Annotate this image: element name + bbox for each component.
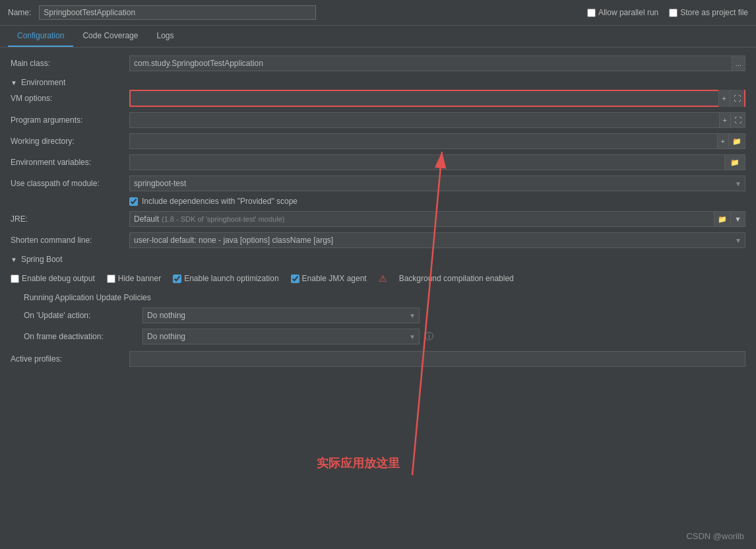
enable-debug-option[interactable]: Enable debug output — [11, 274, 95, 283]
vm-options-add-button[interactable]: + — [718, 90, 730, 107]
env-variables-row: Environment variables: 📁 — [11, 154, 745, 170]
tabs: Configuration Code Coverage Logs — [0, 26, 756, 48]
enable-jmx-option[interactable]: Enable JMX agent — [291, 274, 367, 283]
program-arguments-expand-button[interactable]: ⛶ — [731, 112, 745, 128]
main-class-label: Main class: — [11, 59, 129, 68]
top-bar: Name: Allow parallel run Store as projec… — [0, 0, 756, 26]
springboot-section: ▼ Spring Boot Enable debug output Hide b… — [11, 255, 745, 288]
main-class-row: Main class: ... — [11, 55, 745, 71]
classpath-module-select[interactable]: springboot-test — [129, 176, 745, 191]
env-variables-browse-button[interactable]: 📁 — [725, 154, 745, 170]
update-policies-label: Running Application Update Policies — [24, 293, 745, 302]
enable-jmx-checkbox[interactable] — [291, 274, 299, 283]
enable-launch-label: Enable launch optimization — [184, 274, 278, 283]
shorten-cmd-select[interactable]: user-local default: none - java [options… — [129, 232, 745, 248]
allow-parallel-run-label[interactable]: Allow parallel run — [587, 8, 658, 17]
env-variables-label: Environment variables: — [11, 158, 129, 167]
springboot-label: Spring Boot — [21, 255, 63, 264]
enable-debug-checkbox[interactable] — [11, 274, 19, 283]
top-right: Allow parallel run Store as project file — [587, 8, 748, 17]
update-policies-section: Running Application Update Policies On '… — [11, 293, 745, 344]
jre-dropdown-button[interactable]: ▼ — [731, 211, 745, 227]
springboot-section-header: ▼ Spring Boot — [11, 255, 745, 264]
enable-jmx-label: Enable JMX agent — [302, 274, 367, 283]
springboot-triangle-icon[interactable]: ▼ — [11, 256, 17, 263]
enable-launch-checkbox[interactable] — [173, 274, 181, 283]
store-as-project-file-checkbox[interactable] — [669, 9, 677, 17]
program-arguments-row: Program arguments: + ⛶ — [11, 112, 745, 128]
hide-banner-option[interactable]: Hide banner — [107, 274, 161, 283]
jre-display: Default (1.8 - SDK of 'springboot-test' … — [129, 211, 714, 227]
env-variables-input-wrap: 📁 — [129, 154, 745, 170]
background-compilation-error-icon: ⚠ — [379, 273, 387, 284]
working-directory-label: Working directory: — [11, 137, 129, 146]
enable-launch-option[interactable]: Enable launch optimization — [173, 274, 278, 283]
main-class-input[interactable] — [129, 55, 732, 71]
on-update-select[interactable]: Do nothing Update resources Update class… — [142, 307, 420, 323]
program-arguments-label: Program arguments: — [11, 115, 129, 125]
env-variables-input[interactable] — [129, 154, 725, 170]
tab-logs[interactable]: Logs — [147, 26, 183, 47]
jre-value: Default — [134, 214, 159, 224]
working-directory-input[interactable] — [129, 133, 718, 149]
tab-configuration[interactable]: Configuration — [8, 26, 73, 47]
working-directory-browse-button[interactable]: 📁 — [729, 133, 745, 149]
on-frame-help-icon[interactable]: ⓘ — [425, 331, 433, 342]
environment-section-header: ▼ Environment — [11, 78, 745, 87]
active-profiles-label: Active profiles: — [11, 354, 129, 364]
tab-code-coverage[interactable]: Code Coverage — [73, 26, 147, 47]
on-frame-select[interactable]: Do nothing Update resources Update class… — [142, 329, 420, 344]
hide-banner-checkbox[interactable] — [107, 274, 115, 283]
vm-options-input-wrap: + ⛶ — [129, 90, 745, 107]
on-update-row: On 'Update' action: Do nothing Update re… — [24, 307, 745, 323]
allow-parallel-run-checkbox[interactable] — [587, 9, 596, 17]
jre-browse-button[interactable]: 📁 — [714, 211, 731, 227]
shorten-cmd-label: Shorten command line: — [11, 236, 129, 245]
on-update-select-wrap: Do nothing Update resources Update class… — [142, 307, 420, 323]
store-as-project-file-label[interactable]: Store as project file — [669, 8, 748, 17]
environment-triangle-icon[interactable]: ▼ — [11, 79, 17, 86]
active-profiles-row: Active profiles: — [11, 351, 745, 367]
on-frame-row: On frame deactivation: Do nothing Update… — [24, 329, 745, 344]
classpath-module-label: Use classpath of module: — [11, 179, 129, 188]
program-arguments-input-wrap: + ⛶ — [129, 112, 745, 128]
working-directory-add-button[interactable]: + — [718, 133, 729, 149]
program-arguments-input[interactable] — [129, 112, 720, 128]
working-directory-input-wrap: + 📁 — [129, 133, 745, 149]
vm-options-input[interactable] — [131, 91, 718, 106]
on-frame-select-wrap: Do nothing Update resources Update class… — [142, 329, 420, 344]
springboot-options: Enable debug output Hide banner Enable l… — [11, 269, 745, 288]
jre-row: JRE: Default (1.8 - SDK of 'springboot-t… — [11, 211, 745, 227]
environment-label: Environment — [21, 78, 65, 87]
main-class-browse-button[interactable]: ... — [732, 55, 745, 71]
classpath-module-row: Use classpath of module: springboot-test… — [11, 176, 745, 191]
classpath-module-select-wrap: springboot-test ▼ — [129, 176, 745, 191]
vm-options-label: VM options: — [11, 94, 129, 103]
active-profiles-input[interactable] — [129, 351, 745, 367]
name-input[interactable] — [39, 5, 316, 20]
include-deps-checkbox[interactable] — [129, 197, 138, 206]
csdn-watermark: CSDN @worilb — [686, 531, 744, 541]
vm-options-expand-button[interactable]: ⛶ — [730, 90, 744, 107]
jre-label: JRE: — [11, 214, 129, 224]
on-update-label: On 'Update' action: — [24, 311, 142, 320]
working-directory-row: Working directory: + 📁 — [11, 133, 745, 149]
hide-banner-label: Hide banner — [118, 274, 161, 283]
jre-hint: (1.8 - SDK of 'springboot-test' module) — [162, 215, 284, 223]
content-area: Main class: ... ▼ Environment VM options… — [0, 48, 756, 541]
include-deps-label: Include dependencies with "Provided" sco… — [142, 197, 298, 206]
background-compilation-label: Background compilation enabled — [399, 274, 514, 283]
program-arguments-add-button[interactable]: + — [720, 112, 731, 128]
enable-debug-label: Enable debug output — [22, 274, 95, 283]
main-class-input-wrap: ... — [129, 55, 745, 71]
include-deps-row: Include dependencies with "Provided" sco… — [11, 197, 745, 206]
jre-select-wrap: Default (1.8 - SDK of 'springboot-test' … — [129, 211, 745, 227]
on-frame-label: On frame deactivation: — [24, 332, 142, 341]
name-label: Name: — [8, 8, 31, 17]
shorten-cmd-select-wrap: user-local default: none - java [options… — [129, 232, 745, 248]
vm-options-btn-group: + ⛶ — [718, 90, 744, 107]
vm-options-row: VM options: + ⛶ — [11, 90, 745, 107]
shorten-cmd-row: Shorten command line: user-local default… — [11, 232, 745, 248]
